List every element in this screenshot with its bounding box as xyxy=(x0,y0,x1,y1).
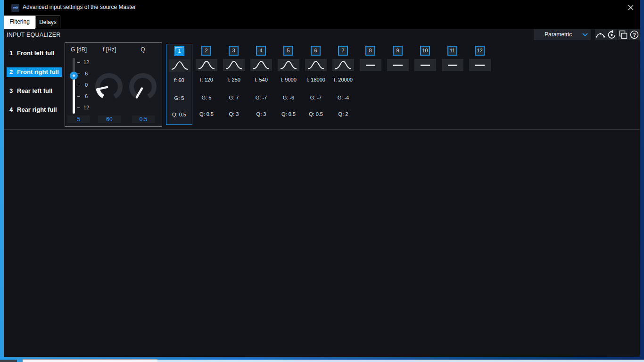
channel-item-1[interactable]: 1Front left full xyxy=(7,49,57,58)
q-value-field[interactable]: 0.5 xyxy=(132,115,155,123)
band-g-value: G: -7 xyxy=(248,95,274,100)
tick-label: 6 xyxy=(81,70,91,77)
peak-curve-icon[interactable] xyxy=(278,59,299,71)
band-q-value: Q: 3 xyxy=(221,111,247,117)
band-f-value: f: 9000 xyxy=(275,77,302,82)
band-column-11[interactable]: 11 xyxy=(439,44,466,125)
copy-button[interactable] xyxy=(618,29,628,40)
window-title: Advanced input settings of the source Ma… xyxy=(23,4,136,10)
band-column-8[interactable]: 8 xyxy=(357,44,384,125)
band-column-2[interactable]: 2f: 120G: 5Q: 0.5 xyxy=(193,44,220,125)
flat-line-icon[interactable] xyxy=(414,59,436,71)
channel-item-2[interactable]: 2Front right full xyxy=(7,67,62,77)
flat-line-icon[interactable] xyxy=(387,59,409,71)
peak-curve-icon[interactable] xyxy=(169,59,190,72)
flat-line-icon[interactable] xyxy=(360,59,381,71)
gain-slider-thumb[interactable] xyxy=(70,72,78,80)
q-knob-graphic xyxy=(128,72,158,102)
chevron-down-icon xyxy=(582,33,588,36)
freq-knob-graphic xyxy=(94,72,124,102)
channel-label: Rear left full xyxy=(17,87,52,94)
band-number-button[interactable]: 10 xyxy=(420,46,430,56)
tab-strip: Filtering Delays xyxy=(4,15,640,29)
band-column-3[interactable]: 3f: 250G: 7Q: 3 xyxy=(221,44,247,125)
band-number-button[interactable]: 5 xyxy=(283,46,293,56)
desktop-bottom-strip xyxy=(0,360,17,362)
reset-icon xyxy=(606,29,617,40)
band-f-value: f: 540 xyxy=(248,77,274,82)
peak-curve-icon[interactable] xyxy=(332,59,354,71)
peak-curve-icon[interactable] xyxy=(305,59,327,71)
band-number-button[interactable]: 2 xyxy=(201,46,211,56)
help-button[interactable]: ? xyxy=(629,29,640,40)
gain-value-field[interactable]: 5 xyxy=(67,115,90,123)
flat-line-icon[interactable] xyxy=(442,59,463,71)
band-column-1[interactable]: 1f: 60G: 5Q: 0.5 xyxy=(166,44,192,125)
section-divider xyxy=(4,129,640,130)
band-number-button[interactable]: 7 xyxy=(338,46,348,56)
band-column-10[interactable]: 10 xyxy=(412,44,438,125)
tick-label: 12 xyxy=(81,59,91,66)
gain-slider-fill xyxy=(73,75,75,114)
band-number-button[interactable]: 3 xyxy=(229,46,239,56)
title-bar[interactable]: bitD Advanced input settings of the sour… xyxy=(4,0,640,15)
band-f-value: f: 250 xyxy=(221,77,247,82)
tick-mark xyxy=(77,107,80,108)
eq-type-dropdown[interactable]: Parametric xyxy=(534,29,591,40)
band-column-7[interactable]: 7f: 20000G: -4Q: 2 xyxy=(330,44,356,125)
channel-label: Front right full xyxy=(17,68,59,75)
band-number-button[interactable]: 1 xyxy=(174,46,184,56)
channel-number: 2 xyxy=(9,68,17,75)
copy-icon xyxy=(618,29,628,40)
tick-mark xyxy=(77,74,80,74)
band-g-value: G: 5 xyxy=(166,95,192,101)
filtering-content: INPUT EQUALIZER 1Front left full2Front r… xyxy=(4,29,640,357)
band-number-button[interactable]: 11 xyxy=(447,46,457,56)
section-title: INPUT EQUALIZER xyxy=(7,32,61,38)
band-number-button[interactable]: 6 xyxy=(311,46,321,56)
band-number-button[interactable]: 4 xyxy=(256,46,266,56)
band-column-6[interactable]: 6f: 18000G: -7Q: 0.5 xyxy=(303,44,329,125)
tick-label: 6 xyxy=(81,93,91,99)
band-q-value: Q: 3 xyxy=(248,111,274,117)
band-column-12[interactable]: 12 xyxy=(467,44,493,125)
freq-knob[interactable] xyxy=(94,72,124,102)
reset-button[interactable] xyxy=(606,29,617,40)
band-number-button[interactable]: 12 xyxy=(475,46,485,56)
eq-curve-nodes-icon xyxy=(595,29,606,40)
band-number-button[interactable]: 9 xyxy=(393,46,403,56)
channel-item-3[interactable]: 3Rear left full xyxy=(7,86,55,96)
tab-filtering[interactable]: Filtering xyxy=(4,16,35,29)
tick-label: 0 xyxy=(81,82,91,88)
flat-line-icon[interactable] xyxy=(469,59,491,71)
eq-curve-view-button[interactable] xyxy=(595,29,606,40)
band-column-9[interactable]: 9 xyxy=(385,44,411,125)
band-g-value: G: 7 xyxy=(221,95,247,100)
band-number-button[interactable]: 8 xyxy=(365,46,375,56)
q-knob[interactable] xyxy=(128,72,158,102)
band-column-5[interactable]: 5f: 9000G: -6Q: 0.5 xyxy=(275,44,302,125)
band-control-panel: G [dB] f [Hz] Q 1260612 xyxy=(65,42,162,127)
band-g-value: G: 5 xyxy=(193,95,220,100)
help-icon: ? xyxy=(629,29,640,40)
close-button[interactable] xyxy=(626,3,636,12)
tick-mark xyxy=(77,62,80,63)
peak-curve-icon[interactable] xyxy=(223,59,245,71)
freq-label: f [Hz] xyxy=(98,46,121,53)
advanced-input-settings-window: bitD Advanced input settings of the sour… xyxy=(4,0,640,357)
peak-curve-icon[interactable] xyxy=(196,59,217,71)
band-g-value: G: -4 xyxy=(330,95,356,100)
band-column-4[interactable]: 4f: 540G: -7Q: 3 xyxy=(248,44,274,125)
band-f-value: f: 120 xyxy=(193,77,220,82)
peak-curve-icon[interactable] xyxy=(250,59,272,71)
freq-value-field[interactable]: 60 xyxy=(98,115,121,123)
channel-number: 1 xyxy=(9,49,17,57)
q-label: Q xyxy=(136,46,150,53)
band-q-value: Q: 0.5 xyxy=(193,111,220,117)
band-f-value: f: 60 xyxy=(166,77,192,83)
tab-delays[interactable]: Delays xyxy=(35,16,60,28)
eq-type-selected: Parametric xyxy=(534,29,583,40)
channel-number: 3 xyxy=(9,87,17,94)
channel-item-4[interactable]: 4Rear right full xyxy=(7,105,60,115)
band-f-value: f: 18000 xyxy=(303,77,329,82)
